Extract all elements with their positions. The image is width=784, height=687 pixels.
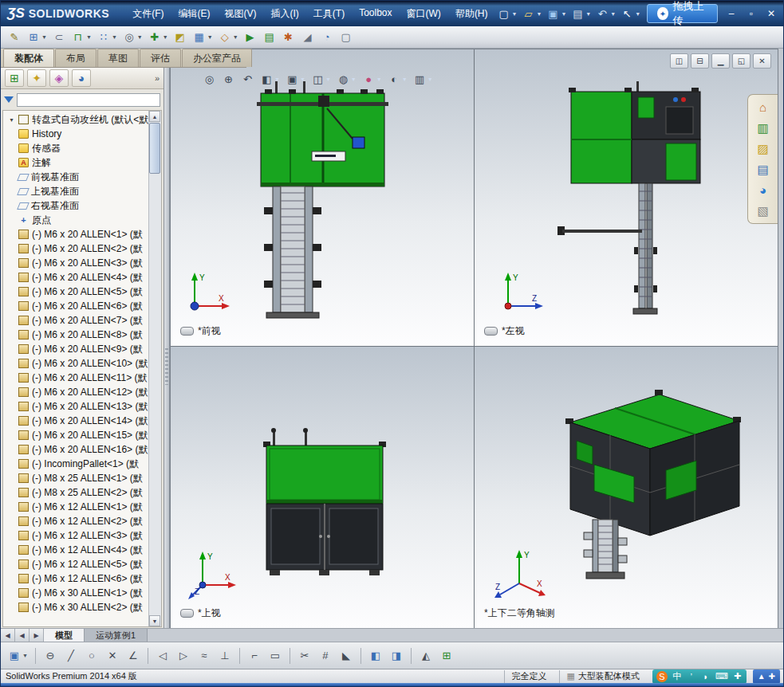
tab-scroll-first-icon[interactable]: ◀ <box>1 629 15 642</box>
close-button[interactable]: ✕ <box>762 7 780 21</box>
panel-splitter[interactable] <box>164 68 170 629</box>
manager-tab-overflow[interactable]: » <box>155 73 160 83</box>
corner-snap-icon[interactable]: ⌐▼ <box>245 648 264 664</box>
tree-item[interactable]: (-) M6 x 20 ALLEN<12> (默 <box>5 385 148 399</box>
dropdown-caret-icon[interactable]: ▼ <box>22 653 28 658</box>
trim-icon[interactable]: ✂▼ <box>295 648 314 664</box>
dropdown-caret-icon[interactable]: ▼ <box>351 77 357 82</box>
undo-icon[interactable]: ↶▼ <box>593 6 617 21</box>
split-horizontal-icon[interactable]: ◫ <box>670 53 688 69</box>
angle-line-icon[interactable]: ∠▼ <box>124 648 143 664</box>
tree-item[interactable]: (-) M6 x 20 ALLEN<8> (默 <box>5 328 148 342</box>
commandmanager-tab[interactable]: 草图 <box>97 49 139 67</box>
tree-root-item[interactable]: ▾ 转盘式自动攻丝机 (默认<默认 <box>5 112 148 127</box>
custom-properties-icon[interactable]: ▧ <box>753 202 774 219</box>
shape-mode-icon[interactable]: ◗ <box>701 671 711 682</box>
separator[interactable]: ▼ <box>290 648 290 664</box>
motion-study-icon[interactable]: ▶▼ <box>242 29 259 46</box>
separator[interactable]: ▼ <box>239 648 240 664</box>
magnify-preview-icon[interactable]: ◎▼ <box>120 29 144 46</box>
minimize-viewport-icon[interactable]: ▁ <box>711 53 730 69</box>
table-icon[interactable]: ⊞▼ <box>437 648 456 664</box>
chinese-mode-icon[interactable]: 中 <box>672 671 682 682</box>
viewport-vertical-splitter[interactable] <box>474 49 475 628</box>
menu-item[interactable]: 窗口(W) <box>400 5 448 23</box>
menu-item[interactable]: 文件(F) <box>125 5 171 23</box>
tree-item[interactable]: 右视基准面 <box>5 198 148 213</box>
isolate-icon[interactable]: ▢▼ <box>337 29 355 46</box>
tree-item[interactable]: (-) M6 x 20 ALLEN<11> (默 <box>5 371 148 385</box>
tree-item[interactable]: History <box>5 127 148 141</box>
tree-item[interactable]: 原点 <box>5 213 148 227</box>
arrow-left-icon[interactable]: ◁▼ <box>153 648 172 664</box>
separator[interactable]: ▼ <box>35 648 36 664</box>
tree-item[interactable]: (-) M6 x 12 ALLEN<3> (默 <box>5 528 148 543</box>
perpendicular-icon[interactable]: ⊥▼ <box>215 648 234 664</box>
edit-appearance-icon[interactable]: ●▼ <box>360 72 384 87</box>
restore-viewport-icon[interactable]: ◱ <box>732 53 751 69</box>
tree-item[interactable]: (-) M6 x 12 ALLEN<1> (默 <box>5 500 148 514</box>
tree-item[interactable]: (-) M6 x 20 ALLEN<3> (默 <box>5 256 148 270</box>
insert-component-icon[interactable]: ⊞▼ <box>25 29 49 46</box>
zoom-area-icon[interactable]: ⊕▼ <box>220 72 237 87</box>
arrow-right-icon[interactable]: ▷▼ <box>174 648 193 664</box>
dropdown-caret-icon[interactable]: ▼ <box>325 77 331 82</box>
commandmanager-tab[interactable]: 评估 <box>140 49 181 67</box>
menu-item[interactable]: 工具(T) <box>306 5 352 23</box>
separator[interactable]: ▼ <box>411 648 412 664</box>
tree-item[interactable]: (-) M6 x 20 ALLEN<6> (默 <box>5 299 148 313</box>
move-component-icon[interactable]: ✚▼ <box>146 29 170 46</box>
split-cube-icon[interactable]: ◨▼ <box>387 648 406 664</box>
dropdown-caret-icon[interactable]: ▼ <box>163 34 168 40</box>
previous-view-icon[interactable]: ↶▼ <box>239 72 256 87</box>
select-arrow-icon[interactable]: ↖▼ <box>618 6 642 21</box>
dropdown-caret-icon[interactable]: ▼ <box>300 77 305 82</box>
display-style-icon[interactable]: ◫▼ <box>309 72 333 87</box>
section-view-icon[interactable]: ◧▼ <box>258 72 282 87</box>
mate-icon[interactable]: ⊓▼ <box>69 29 93 46</box>
displaymanager-tab-icon[interactable]: ◕ <box>72 69 91 87</box>
punctuation-icon[interactable]: ’ <box>687 671 696 682</box>
show-hidden-icon[interactable]: ◩▼ <box>171 29 189 46</box>
appearances-icon[interactable]: ◕ <box>753 182 774 198</box>
split-vertical-icon[interactable]: ⊟ <box>691 53 709 69</box>
sogou-icon[interactable]: S <box>656 671 668 682</box>
viewport-horizontal-splitter[interactable] <box>171 346 778 347</box>
tree-item[interactable]: (-) IncomingPallet<1> (默 <box>5 457 148 471</box>
save-icon[interactable]: ▣▼ <box>544 6 568 21</box>
tree-item[interactable]: (-) M6 x 30 ALLEN<1> (默 <box>5 586 148 600</box>
component-pattern-icon[interactable]: ∷▼ <box>95 29 119 46</box>
tree-item[interactable]: (-) M6 x 20 ALLEN<2> (默 <box>5 241 148 256</box>
separator[interactable]: ▼ <box>148 648 148 664</box>
dropdown-caret-icon[interactable]: ▼ <box>610 11 616 17</box>
apply-scene-icon[interactable]: ◐▼ <box>386 72 409 87</box>
line-icon[interactable]: ╱▼ <box>61 648 81 664</box>
evaluate-icon[interactable]: ◭▼ <box>416 648 435 664</box>
tree-item[interactable]: 传感器 <box>5 141 148 155</box>
commandmanager-tab[interactable]: 布局 <box>55 49 97 67</box>
dropdown-caret-icon[interactable]: ▼ <box>635 11 640 17</box>
view-cube-icon[interactable]: ◧▼ <box>366 648 385 664</box>
tray-pin-icon[interactable]: ✚ <box>769 672 775 681</box>
tree-filter-input[interactable] <box>17 93 160 107</box>
tree-item[interactable]: (-) M6 x 20 ALLEN<9> (默 <box>5 342 148 356</box>
expander-icon[interactable]: ▾ <box>8 116 15 124</box>
dropdown-caret-icon[interactable]: ▼ <box>402 77 408 82</box>
tree-item[interactable]: (-) M6 x 12 ALLEN<6> (默 <box>5 571 148 586</box>
dropdown-caret-icon[interactable]: ▼ <box>86 34 92 40</box>
dropdown-caret-icon[interactable]: ▼ <box>427 77 433 82</box>
viewport-left[interactable]: ◫⊟▁◱✕ Y Z *左视 <box>475 49 778 346</box>
scroll-down-icon[interactable]: ▼ <box>149 615 160 626</box>
model-tab[interactable]: 模型 <box>44 629 85 642</box>
slot-icon[interactable]: ⊖▼ <box>41 648 60 664</box>
view-settings-icon[interactable]: ▥▼ <box>412 72 435 87</box>
viewport-isometric[interactable]: Y X Z *上下二等角轴测 <box>475 347 778 628</box>
tree-item[interactable]: (-) M6 x 12 ALLEN<2> (默 <box>5 514 148 528</box>
close-viewport-icon[interactable]: ✕ <box>753 53 771 69</box>
tree-item[interactable]: 前视基准面 <box>5 170 148 184</box>
scrollbar-thumb[interactable] <box>149 123 160 174</box>
tree-item[interactable]: (-) M6 x 20 ALLEN<14> (默 <box>5 414 148 428</box>
bill-of-materials-icon[interactable]: ▤▼ <box>261 29 278 46</box>
file-explorer-icon[interactable]: ▨ <box>753 140 774 157</box>
tree-item[interactable]: 注解 <box>5 155 148 170</box>
